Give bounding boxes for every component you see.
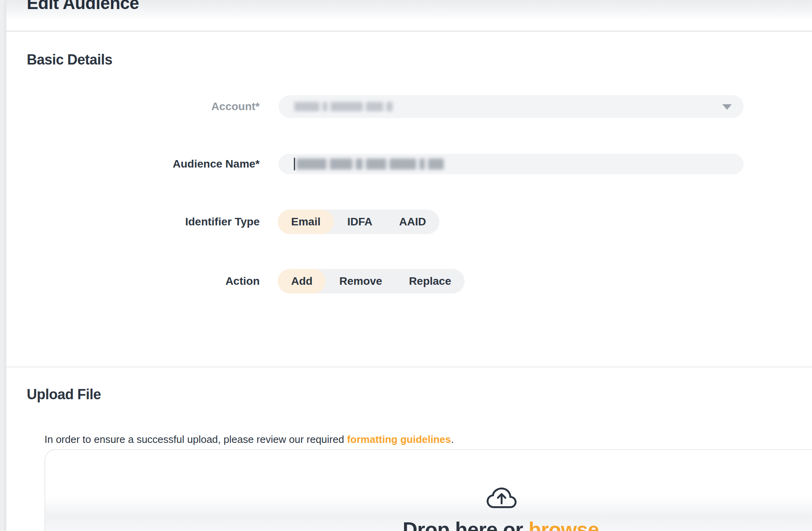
- audience-name-input[interactable]: [279, 154, 744, 174]
- dropzone-instruction: Drop here or browse: [45, 518, 812, 531]
- cloud-upload-icon: [484, 484, 519, 514]
- upload-note-text: In order to ensure a successful upload, …: [44, 433, 347, 445]
- account-select[interactable]: [279, 95, 744, 118]
- section-title-basic-details: Basic Details: [27, 52, 113, 68]
- upload-note-period: .: [451, 433, 454, 445]
- page-title: Edit Audience: [27, 0, 139, 13]
- identifier-option-aaid[interactable]: AAID: [386, 210, 439, 234]
- account-label: Account*: [94, 95, 260, 118]
- identifier-option-idfa[interactable]: IDFA: [334, 210, 386, 234]
- action-option-remove[interactable]: Remove: [326, 269, 395, 293]
- identifier-type-toggle: Email IDFA AAID: [278, 210, 439, 234]
- edit-audience-panel: Edit Audience Basic Details Account* Aud…: [6, 0, 812, 531]
- upload-note: In order to ensure a successful upload, …: [44, 433, 454, 446]
- redacted-account-value: [294, 102, 393, 111]
- action-option-add[interactable]: Add: [278, 269, 326, 293]
- dropzone-instruction-text: Drop here or: [402, 518, 528, 531]
- identifier-option-email[interactable]: Email: [278, 210, 334, 234]
- formatting-guidelines-link[interactable]: formatting guidelines: [347, 433, 451, 445]
- browse-link[interactable]: browse: [528, 518, 599, 531]
- text-cursor: [294, 158, 295, 170]
- file-dropzone[interactable]: Drop here or browse: [44, 449, 812, 531]
- page-header: Edit Audience: [6, 0, 812, 31]
- redacted-audience-name-value: [297, 159, 444, 170]
- action-toggle: Add Remove Replace: [278, 269, 465, 293]
- identifier-type-label: Identifier Type: [94, 210, 260, 234]
- section-title-upload-file: Upload File: [27, 386, 101, 403]
- action-label: Action: [94, 269, 260, 293]
- section-divider: [6, 367, 812, 367]
- audience-name-label: Audience Name*: [94, 154, 260, 174]
- action-option-replace[interactable]: Replace: [395, 269, 464, 293]
- dropdown-caret-icon: [722, 104, 732, 110]
